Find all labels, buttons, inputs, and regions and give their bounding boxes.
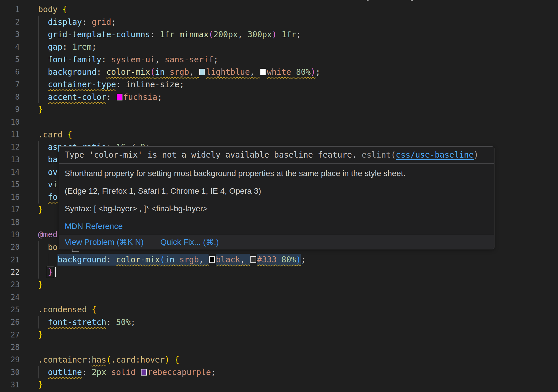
- code-token: inline-size: [126, 80, 179, 89]
- color-swatch-rebeccapurple[interactable]: [141, 369, 147, 376]
- code-line-3[interactable]: 3 grid-template-columns: 1fr minmax(200p…: [0, 28, 558, 41]
- code-token: 1fr: [282, 30, 296, 39]
- problem-message: Type 'color-mix' is not a widely availab…: [59, 147, 494, 163]
- line-number: 25: [0, 305, 20, 314]
- code-token: {: [62, 5, 67, 14]
- eslint-rule-link[interactable]: css/use-baseline: [396, 150, 474, 160]
- code-token: lightblue: [206, 67, 250, 77]
- code-token: [38, 55, 48, 64]
- code-token: background: [57, 254, 106, 266]
- code-token: 50%: [116, 318, 131, 327]
- line-number: 27: [0, 331, 20, 339]
- code-line-28[interactable]: 28: [0, 341, 558, 353]
- code-token: .card: [38, 130, 67, 139]
- color-swatch-gray-333[interactable]: [250, 256, 256, 263]
- problem-source-prefix: eslint(: [362, 150, 396, 160]
- problem-text: Type 'color-mix' is not a widely availab…: [65, 150, 362, 160]
- code-line-content: font-stretch: 50%;: [38, 318, 135, 327]
- code-token: .container: [38, 355, 87, 365]
- code-line-24[interactable]: 24: [0, 291, 558, 303]
- code-token: ,: [240, 254, 250, 266]
- code-token: [38, 192, 48, 202]
- code-token: :: [62, 42, 72, 52]
- code-token: [38, 255, 57, 264]
- code-token: [38, 180, 48, 189]
- code-token: [170, 355, 174, 365]
- code-line-8[interactable]: 8 accent-color: fuchsia;: [0, 91, 558, 103]
- docs-syntax: Syntax: [ <bg-layer> , ]* <final-bg-laye…: [65, 204, 488, 213]
- quick-fix-action[interactable]: Quick Fix... (⌘.): [160, 237, 219, 247]
- code-token: [38, 92, 48, 102]
- line-number: 18: [0, 218, 20, 227]
- code-token: :: [106, 318, 116, 327]
- code-line-content: grid-template-columns: 1fr minmax(200px,…: [38, 30, 301, 39]
- line-number: 8: [0, 93, 20, 101]
- code-token: ;: [213, 55, 218, 64]
- hover-tooltip: Type 'color-mix' is not a widely availab…: [59, 146, 494, 249]
- code-line-10[interactable]: 10: [0, 116, 558, 128]
- code-line-7[interactable]: 7 container-type: inline-size;: [0, 78, 558, 91]
- code-line-21[interactable]: 21 background: color-mix(in srgb, black,…: [0, 253, 558, 266]
- code-line-2[interactable]: 2 display: grid;: [0, 16, 558, 28]
- code-line-1[interactable]: 1body {: [0, 3, 558, 16]
- line-number: 1: [0, 5, 20, 14]
- line-number: 10: [0, 118, 20, 126]
- code-line-30[interactable]: 30 outline: 2px solid rebeccapurple;: [0, 366, 558, 378]
- code-token: [38, 267, 48, 277]
- code-token: font-stretch: [48, 318, 106, 327]
- line-number: 11: [0, 130, 20, 139]
- line-number: 12: [0, 143, 20, 151]
- code-token: ;: [92, 42, 96, 52]
- code-token: ;: [211, 367, 216, 377]
- code-line-4[interactable]: 4 gap: 1rem;: [0, 41, 558, 53]
- code-line-31[interactable]: 31}: [0, 378, 558, 391]
- color-swatch-white[interactable]: [260, 69, 266, 75]
- line-number: 21: [0, 255, 20, 264]
- code-line-11[interactable]: 11.card {: [0, 128, 558, 141]
- code-token: ;: [315, 67, 320, 77]
- code-line-25[interactable]: 25.condensed {: [0, 303, 558, 316]
- code-token: :: [101, 55, 111, 64]
- code-token: vi: [48, 180, 58, 189]
- code-token: 300px: [248, 30, 272, 39]
- code-token: ): [165, 355, 170, 365]
- code-line-9[interactable]: 9}: [0, 103, 558, 116]
- color-swatch-lightblue[interactable]: [199, 69, 205, 75]
- code-token: [277, 30, 282, 39]
- code-line-5[interactable]: 5 font-family: system-ui, sans-serif;: [0, 53, 558, 66]
- line-number: 26: [0, 318, 20, 326]
- color-swatch-fuchsia[interactable]: [117, 94, 122, 100]
- code-line-content: }: [38, 330, 43, 339]
- code-token: sans-serif: [165, 55, 213, 64]
- code-line-22[interactable]: 22 }: [0, 266, 558, 278]
- matched-bracket: }: [48, 267, 53, 277]
- view-problem-action[interactable]: View Problem (⌘K N): [65, 237, 144, 247]
- code-line-content: display: grid;: [38, 17, 116, 27]
- code-token: display: [48, 17, 82, 27]
- code-line-content: bo: [38, 242, 57, 252]
- line-number: 17: [0, 205, 20, 214]
- code-token: ;: [157, 92, 162, 102]
- code-line-6[interactable]: 6 background: color-mix(in srgb, lightbl…: [0, 66, 558, 78]
- code-token: [106, 367, 111, 377]
- code-token: color-mix: [116, 254, 160, 266]
- code-token: ov: [48, 167, 58, 177]
- line-number: 28: [0, 343, 20, 352]
- code-line-29[interactable]: 29.container:has(.card:hover) {: [0, 354, 558, 366]
- line-number: 29: [0, 355, 20, 364]
- color-swatch-black[interactable]: [209, 256, 215, 263]
- code-token: ,: [250, 67, 260, 77]
- code-line-content: vi: [38, 180, 57, 189]
- line-number: 9: [0, 105, 20, 114]
- code-line-26[interactable]: 26 font-stretch: 50%;: [0, 316, 558, 328]
- code-token: grid: [92, 17, 111, 27]
- code-line-27[interactable]: 27}: [0, 328, 558, 341]
- code-token: background: [48, 67, 97, 77]
- code-token: srgb: [179, 254, 199, 266]
- code-token: #333: [257, 254, 276, 266]
- code-token: }: [38, 380, 43, 389]
- code-token: 80%: [281, 254, 296, 266]
- code-line-23[interactable]: 23}: [0, 279, 558, 291]
- code-line-content: font-family: system-ui, sans-serif;: [38, 55, 218, 64]
- mdn-reference-link[interactable]: MDN Reference: [65, 222, 123, 231]
